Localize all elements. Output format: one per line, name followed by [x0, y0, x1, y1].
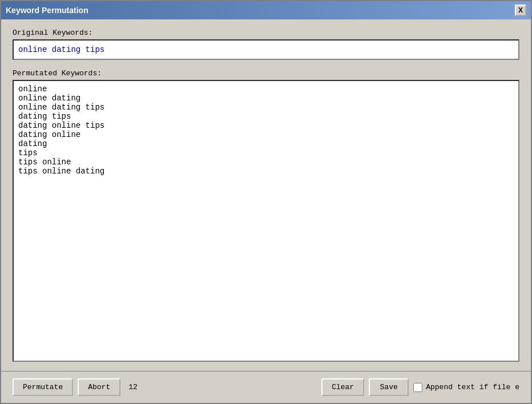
close-button[interactable]: X: [515, 5, 526, 16]
button-bar: Permutate Abort 12 Clear Save Append tex…: [1, 371, 531, 403]
append-checkbox[interactable]: [413, 383, 422, 392]
permutated-keywords-textarea[interactable]: [13, 80, 519, 362]
window-title: Keyword Permutation: [6, 6, 88, 15]
abort-button[interactable]: Abort: [78, 378, 120, 396]
original-keywords-label: Original Keywords:: [13, 29, 519, 37]
save-button[interactable]: Save: [369, 378, 409, 396]
clear-button[interactable]: Clear: [321, 378, 364, 396]
title-bar: Keyword Permutation X: [1, 1, 531, 19]
permutated-keywords-section: Permutated Keywords:: [13, 69, 519, 362]
main-window: Keyword Permutation X Original Keywords:…: [0, 0, 532, 404]
append-label: Append text if file e: [426, 383, 519, 391]
content-area: Original Keywords: Permutated Keywords:: [1, 19, 531, 371]
original-keywords-section: Original Keywords:: [13, 29, 519, 60]
append-checkbox-container: Append text if file e: [413, 383, 519, 392]
original-keywords-input[interactable]: [13, 39, 519, 60]
count-display: 12: [125, 381, 142, 394]
permutated-keywords-label: Permutated Keywords:: [13, 69, 519, 78]
permutate-button[interactable]: Permutate: [13, 378, 73, 396]
